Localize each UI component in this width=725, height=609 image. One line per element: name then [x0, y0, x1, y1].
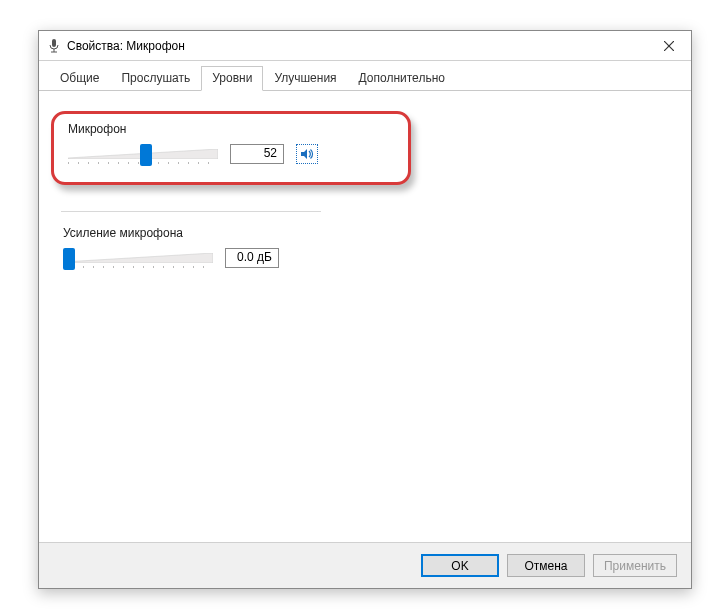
- microphone-gain-slider[interactable]: [63, 244, 213, 272]
- cancel-button[interactable]: Отмена: [507, 554, 585, 577]
- microphone-level-slider[interactable]: [68, 140, 218, 168]
- tab-levels[interactable]: Уровни: [201, 66, 263, 91]
- svg-marker-7: [63, 253, 213, 263]
- window-title: Свойства: Микрофон: [67, 39, 185, 53]
- mute-button[interactable]: [296, 144, 318, 164]
- tab-advanced[interactable]: Дополнительно: [348, 66, 456, 91]
- svg-rect-0: [52, 39, 56, 47]
- divider: [61, 211, 321, 212]
- apply-button[interactable]: Применить: [593, 554, 677, 577]
- microphone-gain-group: Усиление микрофона 0.0 дБ: [63, 226, 343, 272]
- close-button[interactable]: [646, 31, 691, 61]
- dialog-footer: OK Отмена Применить: [39, 542, 691, 588]
- microphone-gain-thumb[interactable]: [63, 248, 75, 270]
- content-area: Микрофон 52: [39, 91, 691, 542]
- tab-general[interactable]: Общие: [49, 66, 110, 91]
- microphone-gain-value[interactable]: 0.0 дБ: [225, 248, 279, 268]
- tabs: Общие Прослушать Уровни Улучшения Дополн…: [39, 61, 691, 91]
- microphone-level-group: Микрофон 52: [51, 111, 411, 185]
- ok-button[interactable]: OK: [421, 554, 499, 577]
- titlebar: Свойства: Микрофон: [39, 31, 691, 61]
- microphone-icon: [47, 39, 61, 53]
- microphone-level-label: Микрофон: [68, 122, 398, 136]
- microphone-level-value[interactable]: 52: [230, 144, 284, 164]
- properties-window: Свойства: Микрофон Общие Прослушать Уров…: [38, 30, 692, 589]
- svg-marker-6: [301, 149, 307, 159]
- tab-listen[interactable]: Прослушать: [110, 66, 201, 91]
- microphone-level-thumb[interactable]: [140, 144, 152, 166]
- tab-enhancements[interactable]: Улучшения: [263, 66, 347, 91]
- microphone-gain-label: Усиление микрофона: [63, 226, 343, 240]
